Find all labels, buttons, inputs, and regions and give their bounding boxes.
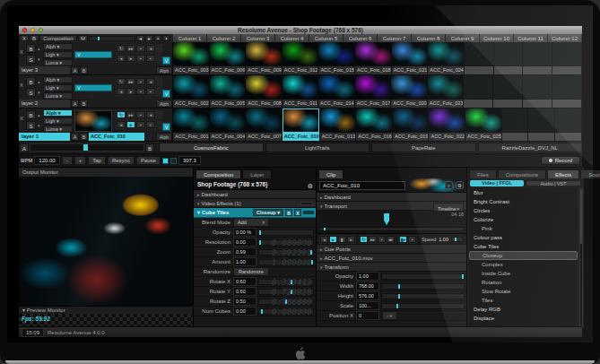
param-value[interactable]: 1.00 [356, 272, 379, 281]
layer-blend-tag[interactable]: Alph [156, 133, 172, 141]
section-cue-points[interactable]: ▸Cue Points [317, 245, 466, 254]
transport-button[interactable]: ▮▸ [399, 236, 407, 243]
clip-cell[interactable] [552, 42, 582, 74]
clip-label[interactable] [523, 100, 552, 108]
clip-cell[interactable]: ACC_Fotc_004 [210, 108, 247, 141]
transport-timeline[interactable]: 04.16 [317, 211, 466, 234]
clip-name-field[interactable] [319, 181, 405, 190]
crossfader-a-button[interactable]: A [20, 143, 29, 152]
effect-item-blur[interactable]: Blur [469, 188, 578, 197]
clip-cell[interactable]: ACC_Fotc_016 [356, 108, 393, 141]
clip-label[interactable] [493, 100, 522, 108]
mini-transport-button[interactable]: ▪ [136, 55, 145, 62]
param-slider[interactable]: 1.000000 [258, 259, 314, 265]
mini-transport-button[interactable]: ▪ [146, 121, 155, 128]
clip-cell[interactable]: ACC_Fotc_012 [283, 42, 319, 74]
param-value[interactable]: 100... [356, 301, 379, 310]
clip-thumbnail[interactable] [429, 108, 465, 133]
layer-b-button[interactable]: B [80, 133, 88, 141]
clip-cell[interactable]: ACC_Fotc_024 [428, 42, 465, 74]
clip-label[interactable]: ACC_Fotc_013 [320, 133, 356, 141]
effect-item-displace[interactable]: Displace [469, 314, 578, 323]
blend-option-luma[interactable]: Luma ▾ [43, 92, 73, 100]
clip-label[interactable] [523, 66, 552, 74]
param-slider[interactable] [381, 273, 465, 280]
deck-tab-4[interactable]: RazzleDazzle_DVJ_NL [478, 143, 583, 152]
layer-v-button[interactable]: V [162, 90, 170, 98]
param-slider[interactable]: 0.992591 [258, 249, 314, 256]
mini-transport-button[interactable]: ▪ [136, 88, 145, 95]
transport-button[interactable]: ▮ [338, 236, 346, 243]
transport-button[interactable]: ◂ [320, 236, 328, 243]
bpm-value[interactable]: 120.00 [34, 156, 59, 165]
blend-option-ligh[interactable]: Ligh ▾ [43, 84, 73, 91]
mini-transport-button[interactable]: ▪ [136, 45, 145, 52]
blend-option-luma[interactable]: Luma ▾ [43, 126, 73, 133]
clip-label[interactable]: ACC_Fotc_006 [210, 66, 246, 74]
composition-transport-button-1[interactable]: ▸ [145, 35, 153, 41]
column-header-11[interactable]: Column 11 [514, 34, 547, 42]
column-header-6[interactable]: Column 6 [343, 34, 377, 42]
effect-item-slow-rotate[interactable]: Slow Rotate [469, 287, 578, 296]
clip-label[interactable]: ACC_Fotc_023 [428, 100, 464, 108]
clip-thumbnail[interactable] [173, 75, 209, 100]
titlebar[interactable]: Resolume Avenue - Shop Footage (768 x 57… [19, 26, 582, 34]
mini-transport-button[interactable]: ▸▸ [126, 111, 135, 118]
clip-thumbnail[interactable] [283, 108, 319, 133]
layer-bypass-button[interactable]: B [26, 110, 36, 119]
clip-cell[interactable] [502, 108, 529, 141]
column-header-7[interactable]: Column 7 [378, 34, 411, 42]
column-header-9[interactable]: Column 9 [446, 34, 479, 42]
clip-label[interactable]: ACC_Fotc_009 [246, 66, 282, 74]
clip-thumbnail[interactable] [355, 75, 391, 100]
clip-label[interactable] [555, 133, 581, 141]
bpm-minus-button[interactable]: - [62, 156, 73, 165]
param-slider[interactable]: 0.323413 [258, 279, 314, 285]
clip-cell[interactable]: ACC_Fotc_003 [173, 42, 210, 74]
composition-b-button[interactable]: B [30, 35, 39, 41]
clip-cell[interactable]: ACC_Fotc_009 [246, 42, 283, 74]
chevron-up-icon[interactable]: ▴ [38, 46, 40, 51]
clip-thumbnail[interactable] [318, 75, 354, 100]
speed-slider[interactable] [451, 237, 464, 242]
tab-files[interactable]: Files [469, 169, 497, 178]
clip-label[interactable]: ACC_Fotc_020 [391, 100, 427, 108]
transport-button[interactable]: ▸ [347, 236, 355, 243]
transport-button[interactable]: ↻ [360, 236, 368, 243]
mini-transport-button[interactable]: ▪ [146, 88, 155, 95]
param-slider[interactable]: 0.000000 [258, 239, 314, 246]
transport-button[interactable]: ▪ [408, 236, 416, 243]
clip-thumbnail[interactable] [246, 75, 282, 100]
clip-label[interactable]: ACC_Fotc_007 [246, 133, 282, 141]
clip-label[interactable]: ACC_Fotc_017 [355, 100, 391, 108]
mini-transport-button[interactable]: ▸ [126, 88, 135, 95]
blend-option-alph[interactable]: Alph ▾ [43, 76, 73, 83]
mini-transport-button[interactable]: ▪ [146, 55, 155, 62]
clip-label[interactable] [528, 133, 554, 141]
section-video-effects[interactable]: ▾Video Effects (1) [194, 199, 316, 208]
clip-label[interactable]: ACC_Fotc_019 [393, 133, 429, 141]
search-icon[interactable]: ⌕ [445, 181, 453, 189]
layer-a-button[interactable]: A [71, 100, 79, 108]
param-slider[interactable] [381, 303, 465, 309]
param-slider[interactable]: 0.766809 [258, 299, 314, 305]
tab-sources[interactable]: Sources [580, 169, 600, 178]
record-button[interactable]: Record [541, 156, 580, 165]
clip-cell[interactable]: ACC_Fotc_008 [246, 75, 283, 108]
composition-transport-button-0[interactable]: ◂ [136, 35, 144, 41]
clip-cell[interactable]: ACC_Fotc_001 [173, 108, 210, 141]
clip-label[interactable]: ACC_Fotc_014 [318, 100, 354, 108]
param-slider[interactable]: 0.720928 [258, 289, 314, 295]
clip-thumbnail[interactable] [356, 108, 392, 133]
clip-label[interactable]: ACC_Fotc_010 [283, 133, 319, 141]
param-value[interactable]: 0.00 % [233, 228, 257, 237]
transport-button[interactable]: ▸ [329, 236, 337, 243]
scrollbar[interactable] [579, 188, 583, 326]
clip-label[interactable] [552, 100, 581, 108]
clip-thumbnail[interactable] [464, 75, 492, 100]
composition-x-button[interactable]: X [20, 35, 29, 41]
preview-monitor-title[interactable]: ▾ Preview Monitor [19, 306, 193, 314]
clip-cell[interactable] [528, 108, 555, 141]
mini-transport-button[interactable]: ▸ [126, 55, 135, 62]
layer-blend-tag[interactable]: Alph [156, 66, 172, 74]
